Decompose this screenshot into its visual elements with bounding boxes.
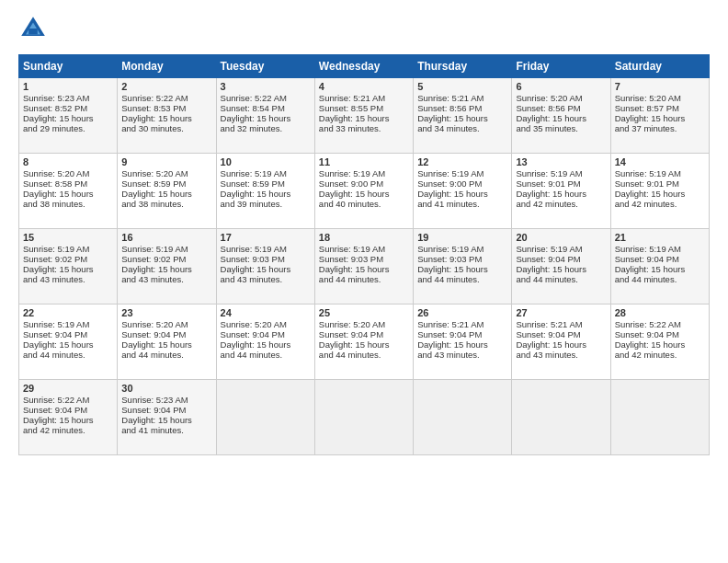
day-number: 21: [615, 232, 705, 243]
day-info: Daylight: 15 hours: [319, 189, 409, 199]
day-info: Daylight: 15 hours: [221, 264, 311, 274]
day-info: Sunrise: 5:19 AM: [319, 168, 409, 178]
page: Sunday Monday Tuesday Wednesday Thursday…: [0, 0, 728, 563]
day-info: and 35 minutes.: [516, 123, 606, 133]
table-row: 20Sunrise: 5:19 AMSunset: 9:04 PMDayligh…: [512, 229, 610, 304]
table-row: [512, 380, 610, 455]
day-number: 1: [23, 81, 113, 92]
day-number: 24: [221, 307, 311, 318]
day-info: and 42 minutes.: [615, 199, 705, 209]
day-number: 22: [23, 307, 113, 318]
day-info: Sunrise: 5:19 AM: [516, 244, 606, 254]
day-info: and 39 minutes.: [221, 199, 311, 209]
day-info: and 32 minutes.: [221, 123, 311, 133]
day-info: Sunrise: 5:21 AM: [417, 319, 507, 329]
day-info: Daylight: 15 hours: [615, 113, 705, 123]
table-row: 9Sunrise: 5:20 AMSunset: 8:59 PMDaylight…: [118, 154, 216, 229]
day-number: 13: [516, 156, 606, 167]
day-info: Sunset: 9:04 PM: [615, 254, 705, 264]
calendar-week-5: 29Sunrise: 5:22 AMSunset: 9:04 PMDayligh…: [19, 380, 710, 455]
day-number: 23: [121, 307, 211, 318]
day-number: 4: [319, 81, 409, 92]
day-info: Sunrise: 5:19 AM: [417, 168, 507, 178]
day-info: and 44 minutes.: [319, 350, 409, 360]
day-number: 11: [319, 156, 409, 167]
table-row: 19Sunrise: 5:19 AMSunset: 9:03 PMDayligh…: [414, 229, 512, 304]
day-info: Sunset: 8:52 PM: [23, 103, 113, 113]
calendar-week-1: 1Sunrise: 5:23 AMSunset: 8:52 PMDaylight…: [19, 78, 710, 154]
day-number: 6: [516, 81, 606, 92]
day-info: and 40 minutes.: [319, 199, 409, 209]
day-number: 3: [221, 81, 311, 92]
day-info: and 42 minutes.: [615, 350, 705, 360]
day-number: 15: [23, 232, 113, 243]
table-row: 1Sunrise: 5:23 AMSunset: 8:52 PMDaylight…: [19, 78, 118, 154]
table-row: 6Sunrise: 5:20 AMSunset: 8:56 PMDaylight…: [512, 78, 610, 154]
day-info: Sunset: 9:02 PM: [23, 254, 113, 264]
day-info: and 34 minutes.: [417, 123, 507, 133]
day-info: Sunset: 8:57 PM: [615, 103, 705, 113]
day-info: Sunrise: 5:20 AM: [23, 168, 113, 178]
day-info: Sunrise: 5:22 AM: [121, 93, 211, 103]
calendar-table: Sunday Monday Tuesday Wednesday Thursday…: [18, 54, 710, 455]
day-number: 7: [615, 81, 705, 92]
day-number: 19: [417, 232, 507, 243]
day-info: Sunset: 8:56 PM: [417, 103, 507, 113]
day-info: and 30 minutes.: [121, 123, 211, 133]
day-info: Daylight: 15 hours: [221, 113, 311, 123]
day-info: Daylight: 15 hours: [516, 264, 606, 274]
day-info: Sunrise: 5:20 AM: [615, 93, 705, 103]
day-info: Daylight: 15 hours: [417, 339, 507, 350]
header-wednesday: Wednesday: [314, 55, 413, 78]
table-row: 15Sunrise: 5:19 AMSunset: 9:02 PMDayligh…: [19, 229, 118, 304]
day-info: Daylight: 15 hours: [23, 189, 113, 199]
day-info: and 44 minutes.: [121, 350, 211, 360]
day-info: and 43 minutes.: [121, 274, 211, 284]
day-info: Daylight: 15 hours: [23, 264, 113, 274]
day-info: Sunset: 9:04 PM: [121, 329, 211, 339]
day-info: Sunrise: 5:20 AM: [121, 168, 211, 178]
table-row: 18Sunrise: 5:19 AMSunset: 9:03 PMDayligh…: [314, 229, 413, 304]
table-row: 29Sunrise: 5:22 AMSunset: 9:04 PMDayligh…: [19, 380, 118, 455]
table-row: 5Sunrise: 5:21 AMSunset: 8:56 PMDaylight…: [414, 78, 512, 154]
day-info: Sunset: 9:04 PM: [319, 329, 409, 339]
day-info: Daylight: 15 hours: [121, 415, 211, 425]
day-info: Sunrise: 5:22 AM: [221, 93, 311, 103]
day-info: Daylight: 15 hours: [319, 339, 409, 350]
day-info: Sunrise: 5:19 AM: [516, 168, 606, 178]
calendar-week-2: 8Sunrise: 5:20 AMSunset: 8:58 PMDaylight…: [19, 154, 710, 229]
day-number: 2: [121, 81, 211, 92]
day-info: Sunrise: 5:21 AM: [417, 93, 507, 103]
day-info: Sunrise: 5:19 AM: [615, 244, 705, 254]
day-info: Sunrise: 5:23 AM: [23, 93, 113, 103]
day-info: and 44 minutes.: [516, 274, 606, 284]
table-row: 30Sunrise: 5:23 AMSunset: 9:04 PMDayligh…: [118, 380, 216, 455]
day-info: and 29 minutes.: [23, 123, 113, 133]
day-info: Daylight: 15 hours: [121, 339, 211, 350]
day-info: and 43 minutes.: [221, 274, 311, 284]
header-thursday: Thursday: [414, 55, 512, 78]
day-info: and 41 minutes.: [121, 425, 211, 435]
day-info: and 44 minutes.: [221, 350, 311, 360]
day-info: Sunset: 8:58 PM: [23, 178, 113, 189]
day-info: Daylight: 15 hours: [417, 189, 507, 199]
day-info: and 33 minutes.: [319, 123, 409, 133]
table-row: 24Sunrise: 5:20 AMSunset: 9:04 PMDayligh…: [216, 304, 314, 380]
day-info: and 37 minutes.: [615, 123, 705, 133]
day-info: Sunset: 9:04 PM: [516, 254, 606, 264]
day-info: Sunset: 9:01 PM: [615, 178, 705, 189]
day-number: 29: [23, 383, 113, 394]
day-info: Daylight: 15 hours: [23, 415, 113, 425]
table-row: 17Sunrise: 5:19 AMSunset: 9:03 PMDayligh…: [216, 229, 314, 304]
table-row: 26Sunrise: 5:21 AMSunset: 9:04 PMDayligh…: [414, 304, 512, 380]
table-row: 23Sunrise: 5:20 AMSunset: 9:04 PMDayligh…: [118, 304, 216, 380]
day-info: Sunset: 9:00 PM: [319, 178, 409, 189]
day-info: Sunset: 8:59 PM: [221, 178, 311, 189]
day-info: Sunset: 9:04 PM: [121, 405, 211, 415]
day-info: Sunset: 8:55 PM: [319, 103, 409, 113]
day-number: 28: [615, 307, 705, 318]
day-info: Sunrise: 5:19 AM: [23, 244, 113, 254]
table-row: 10Sunrise: 5:19 AMSunset: 8:59 PMDayligh…: [216, 154, 314, 229]
day-info: Sunset: 9:04 PM: [516, 329, 606, 339]
day-info: Daylight: 15 hours: [221, 339, 311, 350]
